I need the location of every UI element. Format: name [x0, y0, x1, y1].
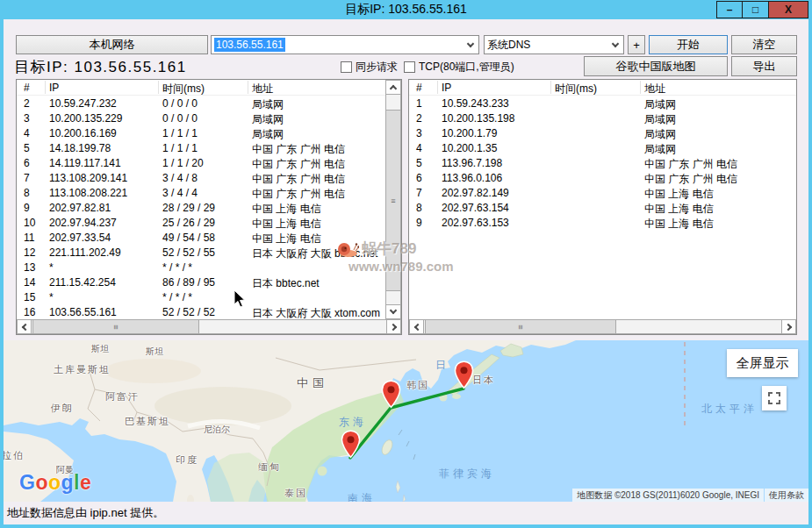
- target-ip-combobox[interactable]: 103.56.55.161: [211, 35, 479, 54]
- col-header-time[interactable]: 时间(ms): [162, 82, 205, 96]
- terms-link[interactable]: 使用条款: [765, 489, 808, 502]
- tcp-checkbox[interactable]: TCP(80端口,管理员): [404, 60, 514, 75]
- google-logo[interactable]: Google: [19, 471, 91, 495]
- table-cell: 113.108.208.221: [49, 187, 127, 199]
- table-cell: 14.119.117.141: [49, 157, 121, 169]
- google-china-map-button[interactable]: 谷歌中国版地图: [584, 56, 728, 76]
- table-cell: 10: [24, 217, 35, 229]
- scrollbar-thumb[interactable]: ≡: [32, 319, 199, 334]
- table-row[interactable]: 9202.97.63.153中国 上海 电信: [409, 215, 780, 230]
- scroll-down-button[interactable]: [385, 304, 401, 319]
- table-row[interactable]: 110.59.243.233局域网: [409, 96, 780, 111]
- table-row[interactable]: 614.119.117.1411 / 1 / 20中国 广东 广州 电信: [17, 155, 385, 170]
- table-row[interactable]: 16103.56.55.16152 / 52 / 52日本 大阪府 大阪 xto…: [17, 304, 385, 319]
- table-cell: 86 / 89 / 95: [162, 276, 215, 289]
- table-row[interactable]: 8202.97.63.154中国 上海 电信: [409, 200, 780, 215]
- add-target-button[interactable]: +: [628, 35, 645, 54]
- table-cell: 6: [416, 172, 422, 184]
- table-cell: 14: [24, 276, 35, 289]
- map-label: 中国: [297, 375, 328, 391]
- table-cell: 202.97.82.81: [49, 202, 111, 214]
- table-row[interactable]: 210.59.247.2320 / 0 / 0局域网: [17, 96, 385, 111]
- table-row[interactable]: 8113.108.208.2213 / 4 / 4中国 广东 广州 电信: [17, 185, 385, 200]
- map-marker-shanghai[interactable]: [381, 380, 401, 409]
- table-cell: 25 / 26 / 29: [162, 217, 215, 229]
- table-row[interactable]: 14211.15.42.25486 / 89 / 95日本 bbtec.net: [17, 275, 385, 289]
- map-marker-japan-osaka[interactable]: [454, 360, 474, 389]
- table-row[interactable]: 210.200.135.198局域网: [409, 111, 780, 125]
- vertical-scrollbar[interactable]: ≡: [385, 80, 401, 319]
- export-button[interactable]: 导出: [731, 56, 797, 76]
- horizontal-scrollbar[interactable]: ≡: [17, 319, 401, 334]
- scroll-left-button[interactable]: [409, 319, 424, 334]
- table-cell: 8: [416, 202, 422, 214]
- table-row[interactable]: 310.200.135.2290 / 0 / 0局域网: [17, 111, 385, 125]
- col-header-num[interactable]: #: [416, 82, 422, 94]
- table-cell: 4: [416, 142, 422, 154]
- horizontal-scrollbar[interactable]: ≡: [409, 319, 796, 334]
- col-header-time[interactable]: 时间(ms): [555, 82, 597, 96]
- table-row[interactable]: 5113.96.7.198中国 广东 广州 电信: [409, 155, 780, 170]
- map-label: 菲律宾海: [439, 467, 495, 482]
- scrollbar-thumb[interactable]: ≡: [425, 319, 616, 334]
- fullscreen-icon[interactable]: [762, 386, 787, 410]
- start-button[interactable]: 开始: [649, 35, 728, 54]
- table-cell: 49 / 54 / 58: [162, 232, 215, 244]
- scroll-right-button[interactable]: [781, 319, 796, 334]
- titlebar[interactable]: 目标IP: 103.56.55.161 – □ X: [0, 0, 812, 19]
- table-row[interactable]: 514.18.199.781 / 1 / 1中国 广东 广州 电信: [17, 140, 385, 155]
- table-row[interactable]: 7202.97.82.149中国 上海 电信: [409, 185, 780, 200]
- map-data-credit: 地图数据 ©2018 GS(2011)6020 Google, INEGI: [572, 489, 764, 502]
- table-cell: 202.97.63.153: [442, 217, 509, 229]
- table-row[interactable]: 11202.97.33.5449 / 54 / 58中国 上海 电信: [17, 230, 385, 245]
- map-marker-guangzhou[interactable]: [341, 430, 361, 459]
- col-header-ip[interactable]: IP: [49, 82, 59, 94]
- map-label: 日本: [472, 374, 495, 387]
- table-row[interactable]: 6113.96.0.106中国 广东 广州 电信: [409, 170, 780, 185]
- table-cell: 103.56.55.161: [49, 306, 117, 318]
- map-label: 日: [435, 358, 449, 373]
- col-header-num[interactable]: #: [24, 82, 30, 94]
- checkbox-box[interactable]: [341, 61, 352, 73]
- table-row[interactable]: 10202.97.94.23725 / 26 / 29中国 上海 电信: [17, 215, 385, 230]
- table-cell: 3 / 4 / 4: [162, 187, 198, 199]
- table-row[interactable]: 410.200.1.35局域网: [409, 140, 780, 155]
- table-row[interactable]: 410.200.16.1691 / 1 / 1局域网: [17, 125, 385, 140]
- table-cell: 10.200.135.229: [49, 112, 122, 125]
- col-header-addr[interactable]: 地址: [252, 82, 273, 96]
- chevron-down-icon[interactable]: [463, 36, 478, 54]
- col-header-addr[interactable]: 地址: [644, 82, 665, 96]
- col-header-ip[interactable]: IP: [442, 82, 451, 94]
- table-row[interactable]: 12221.111.202.4952 / 52 / 55日本 大阪府 大阪 bb…: [17, 245, 385, 260]
- table-cell: 1 / 1 / 1: [162, 142, 198, 154]
- scroll-left-button[interactable]: [17, 319, 32, 334]
- table-row[interactable]: 7113.108.209.1413 / 4 / 8中国 广东 广州 电信: [17, 170, 385, 185]
- table-row[interactable]: 13** / * / *: [17, 260, 385, 275]
- chevron-down-icon[interactable]: [607, 36, 623, 54]
- table-cell: 10.59.247.232: [49, 97, 117, 110]
- route-map[interactable]: 斯坦斯坦土库曼斯坦阿富汗伊朗巴基斯坦尼泊尔印度缅甸泰国阿曼拉伯中国韩国日本日东海…: [4, 340, 808, 502]
- table-row[interactable]: 9202.97.82.8128 / 29 / 29中国 上海 电信: [17, 200, 385, 215]
- scroll-up-button[interactable]: [385, 80, 401, 95]
- table-cell: * / * / *: [162, 291, 192, 303]
- map-label: 尼泊尔: [204, 424, 230, 436]
- scroll-right-button[interactable]: [386, 319, 401, 334]
- close-button[interactable]: X: [768, 1, 808, 18]
- dns-combobox[interactable]: 系统DNS: [484, 35, 624, 54]
- map-label: 斯坦: [146, 346, 163, 358]
- local-network-button[interactable]: 本机网络: [16, 35, 208, 54]
- minimize-button[interactable]: –: [716, 1, 743, 18]
- scrollbar-thumb[interactable]: ≡: [385, 110, 401, 291]
- table-row[interactable]: 310.200.1.79局域网: [409, 125, 780, 140]
- clear-button[interactable]: 清空: [731, 35, 797, 54]
- target-ip-label: 目标IP: 103.56.55.161: [14, 57, 187, 77]
- table-cell: 12: [24, 246, 35, 259]
- fullscreen-display-button[interactable]: 全屏显示: [727, 349, 798, 377]
- sync-request-checkbox[interactable]: 同步请求: [341, 60, 398, 75]
- table-row[interactable]: 15** / * / *: [17, 289, 385, 304]
- checkbox-box[interactable]: [404, 61, 415, 73]
- table-cell: 6: [24, 157, 30, 169]
- table-cell: 0 / 0 / 0: [162, 112, 198, 125]
- table-cell: 2: [24, 97, 30, 110]
- maximize-button[interactable]: □: [742, 1, 769, 18]
